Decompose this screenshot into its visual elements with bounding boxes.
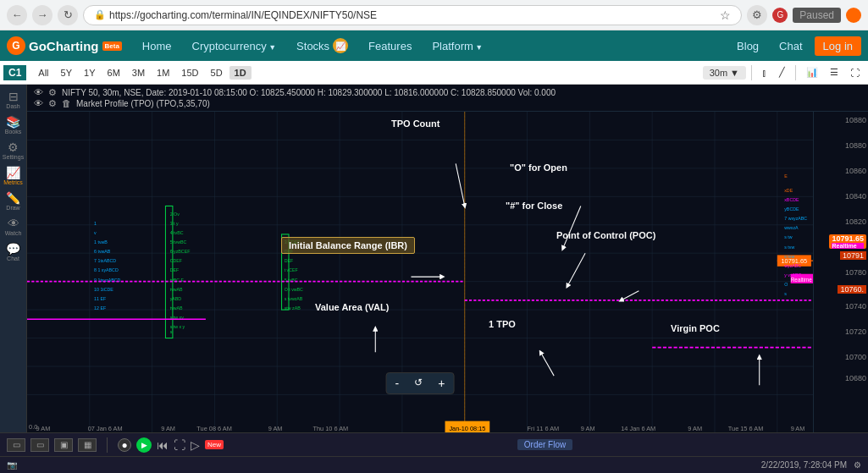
- svg-text:9 AM: 9 AM: [791, 425, 805, 432]
- filter-1d[interactable]: 1D: [229, 66, 252, 80]
- svg-text:10 1tCDE: 10 1tCDE: [94, 287, 113, 292]
- sidebar-metrics[interactable]: 📈 Metrics: [2, 164, 25, 188]
- svg-text:DEF: DEF: [170, 267, 180, 272]
- price-10880-1: 10880: [845, 116, 866, 124]
- lock-icon: 🔒: [94, 9, 106, 20]
- price-10791: 10791: [840, 251, 866, 260]
- svg-text:3 t y: 3 t y: [170, 221, 179, 226]
- svg-text:5 tvwBC: 5 tvwBC: [170, 239, 187, 245]
- chart-section: 👁 ⚙ NIFTY 50, 30m, NSE, Date: 2019-01-10…: [27, 85, 868, 432]
- svg-text:Tue 15 6 AM: Tue 15 6 AM: [728, 425, 763, 432]
- replay-button[interactable]: ▷: [191, 438, 200, 452]
- camera-icon[interactable]: 📷: [7, 460, 17, 470]
- nav-home[interactable]: Home: [134, 36, 180, 56]
- layout-icon-3[interactable]: ▣: [54, 438, 73, 452]
- nav-chat[interactable]: Chat: [771, 36, 810, 56]
- right-price-axis: 10880 10880 10860 10840 10820 10791.65 R…: [813, 112, 868, 432]
- svg-text:s: s: [170, 329, 173, 334]
- play-button[interactable]: ▶: [136, 437, 152, 453]
- filter-1y[interactable]: 1Y: [79, 66, 100, 80]
- svg-text:Thu 10 6 AM: Thu 10 6 AM: [312, 425, 348, 432]
- svg-text:8 1 xyABCD: 8 1 xyABCD: [94, 267, 119, 272]
- svg-text:3 CDEF: 3 CDEF: [285, 239, 301, 245]
- bar-chart-btn[interactable]: 📊: [801, 65, 823, 80]
- filter-all[interactable]: All: [33, 66, 53, 80]
- refresh-button[interactable]: ↻: [58, 5, 78, 25]
- stocks-icon: 📈: [333, 38, 348, 53]
- main-area: ⊟ Dash 📚 Books ⚙ Settings 📈 Metrics ✏️ D…: [0, 85, 868, 432]
- paused-badge: Paused: [793, 8, 841, 23]
- layout-icon-1[interactable]: ▭: [7, 438, 25, 452]
- svg-text:wwxzA: wwxzA: [783, 225, 799, 230]
- bottom-toolbar: ▭ ▭ ▣ ▦ ● ▶ ⏮ ⛶ ▷ New Order Flow: [0, 432, 868, 456]
- zoom-reset-btn[interactable]: ↺: [407, 375, 429, 392]
- price-10740: 10740: [845, 302, 866, 311]
- logo-text: GoCharting: [29, 39, 99, 53]
- nav-features[interactable]: Features: [360, 36, 420, 56]
- skip-back-button[interactable]: ⏮: [157, 438, 169, 452]
- filter-6m[interactable]: 6M: [102, 66, 125, 80]
- price-10820: 10840: [845, 192, 866, 201]
- record-button[interactable]: ●: [118, 438, 131, 452]
- nav-stocks[interactable]: Stocks 📈: [288, 35, 357, 57]
- price-10720: 10720: [845, 327, 866, 336]
- favorite-button[interactable]: ☆: [720, 8, 731, 22]
- logo[interactable]: G GoCharting Beta: [7, 36, 122, 55]
- svg-text:9 AM: 9 AM: [161, 425, 175, 432]
- filter-3m[interactable]: 3M: [127, 66, 150, 80]
- settings-icon-2: ⚙: [48, 98, 57, 109]
- svg-text:9 AM: 9 AM: [688, 425, 702, 432]
- svg-text:4 tvBC: 4 tvBC: [170, 230, 184, 235]
- filter-5y[interactable]: 5Y: [56, 66, 77, 80]
- svg-text:y vxABC: y vxABC: [784, 272, 801, 278]
- svg-text:6 yzBCEF: 6 yzBCEF: [170, 249, 191, 254]
- svg-text:14 Jan 6 AM: 14 Jan 6 AM: [621, 425, 655, 432]
- svg-text:0.0: 0.0: [29, 422, 37, 430]
- gear-icon[interactable]: ⚙: [854, 460, 861, 470]
- chart-info: 👁 ⚙ NIFTY 50, 30m, NSE, Date: 2019-01-10…: [27, 85, 868, 112]
- svg-text:DEF: DEF: [285, 258, 294, 263]
- settings-chart-btn[interactable]: ☰: [825, 65, 843, 80]
- interval-dropdown[interactable]: 30m ▼: [703, 66, 746, 80]
- fullscreen-bottom-button[interactable]: ⛶: [174, 438, 185, 452]
- chart-canvas[interactable]: Jan-10 08:15 1 v 1 tvwB 6 tvwAB 7 1txABC…: [27, 112, 813, 432]
- zoom-out-btn[interactable]: -: [389, 375, 406, 392]
- svg-text:1: 1: [94, 221, 97, 226]
- nav-blog[interactable]: Blog: [728, 36, 767, 56]
- extensions-button[interactable]: ⚙: [747, 5, 767, 25]
- chart-canvas-wrapper: Jan-10 08:15 1 v 1 tvwB 6 tvwAB 7 1txABC…: [27, 112, 868, 432]
- eye-icon: 👁: [34, 87, 43, 97]
- zoom-in-btn[interactable]: +: [431, 375, 451, 392]
- layout-icon-2[interactable]: ▭: [30, 438, 49, 452]
- sidebar-draw[interactable]: ✏️ Draw: [2, 190, 25, 213]
- sidebar-books[interactable]: 📚 Books: [2, 113, 25, 137]
- svg-text:Fri 11 6 AM: Fri 11 6 AM: [528, 425, 560, 432]
- forward-button[interactable]: →: [32, 5, 53, 25]
- filter-1m[interactable]: 1M: [152, 66, 174, 80]
- nav-platform[interactable]: Platform: [423, 36, 491, 56]
- svg-text:v: v: [94, 230, 97, 235]
- sidebar-watch[interactable]: 👁 Watch: [2, 215, 25, 239]
- svg-line-69: [563, 206, 581, 248]
- nav-cryptocurrency[interactable]: Cryptocurrency: [184, 36, 285, 56]
- nav-login[interactable]: Log in: [815, 36, 861, 56]
- svg-text:7 wxyzABC: 7 wxyzABC: [784, 216, 807, 221]
- url-input[interactable]: 🔒 https://gocharting.com/terminal/IN/EQI…: [83, 5, 742, 25]
- filter-15d[interactable]: 15D: [176, 66, 203, 80]
- status-bar: 📷 2/22/2019, 7:28:04 PM ⚙: [0, 456, 868, 473]
- svg-text:CDEF: CDEF: [170, 258, 183, 263]
- drawing-btn[interactable]: ╱: [774, 65, 790, 80]
- svg-text:11 EF: 11 EF: [94, 296, 107, 301]
- back-button[interactable]: ←: [7, 5, 27, 25]
- filter-5d[interactable]: 5D: [206, 66, 228, 80]
- sidebar-chat[interactable]: 💬 Chat: [2, 240, 25, 264]
- chart-type-btn[interactable]: ⫿: [757, 66, 772, 80]
- sidebar-settings[interactable]: ⚙ Settings: [2, 139, 25, 162]
- svg-text:xDE: xDE: [784, 188, 793, 193]
- order-flow-label[interactable]: Order Flow: [517, 439, 572, 450]
- svg-text:Tue 08 6 AM: Tue 08 6 AM: [196, 425, 231, 432]
- price-10800: 10820: [845, 217, 866, 226]
- sidebar-dash[interactable]: ⊟ Dash: [2, 88, 25, 112]
- layout-icon-4[interactable]: ▦: [78, 438, 97, 452]
- fullscreen-btn[interactable]: ⛶: [845, 66, 865, 80]
